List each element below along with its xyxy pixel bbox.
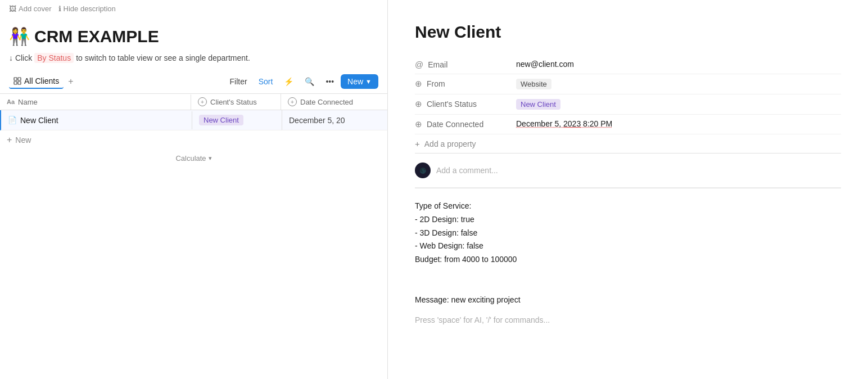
row-name: New Client <box>20 116 58 125</box>
left-panel: 🖼 Add cover ℹ Hide description 👫 CRM EXA… <box>0 0 388 379</box>
description-prefix: ↓ Click <box>9 53 32 62</box>
top-bar: 🖼 Add cover ℹ Hide description <box>0 0 387 17</box>
header-status-label: Client's Status <box>210 98 257 106</box>
content-text[interactable]: Type of Service: - 2D Design: true - 3D … <box>415 200 841 306</box>
lightning-icon: ⚡ <box>284 77 293 86</box>
info-icon: ℹ <box>58 4 61 13</box>
table-icon <box>13 77 21 85</box>
property-date: ⊕ Date Connected December 5, 2023 8:20 P… <box>415 115 841 134</box>
sort-label: Sort <box>259 77 273 86</box>
calculate-button[interactable]: Calculate ▾ <box>0 150 387 167</box>
editor-placeholder[interactable]: Press 'space' for AI, '/' for commands..… <box>415 315 841 324</box>
status-badge-detail: New Client <box>516 99 560 110</box>
property-date-label: ⊕ Date Connected <box>415 119 516 129</box>
property-status-label: ⊕ Client's Status <box>415 99 516 109</box>
circle-icon-date: + <box>288 97 297 106</box>
cell-name: 📄 New Client <box>1 111 192 129</box>
page-emoji: 👫 <box>9 26 30 46</box>
new-button[interactable]: New ▼ <box>341 74 378 89</box>
search-icon: 🔍 <box>305 77 314 86</box>
property-client-status: ⊕ Client's Status New Client <box>415 94 841 115</box>
row-date: December 5, 20 <box>289 116 345 125</box>
new-btn-chevron: ▼ <box>365 78 372 85</box>
chevron-down-icon: ▾ <box>209 155 212 162</box>
detail-title: New Client <box>415 22 841 42</box>
header-date-label: Date Connected <box>300 98 353 106</box>
property-email-label: @ Email <box>415 60 516 69</box>
user-avatar: 🌑 <box>415 163 431 178</box>
header-date: + Date Connected <box>281 94 387 110</box>
add-property-button[interactable]: + Add a property <box>415 134 841 153</box>
sort-button[interactable]: Sort <box>254 75 278 88</box>
right-panel: New Client @ Email new@client.com ⊕ From… <box>388 0 868 379</box>
tab-all-clients-label: All Clients <box>24 76 59 85</box>
content-area: Type of Service: - 2D Design: true - 3D … <box>415 188 841 336</box>
svg-rect-1 <box>18 78 21 80</box>
description-suffix: to switch to table view or see a single … <box>76 53 250 62</box>
more-button[interactable]: ••• <box>321 75 338 88</box>
clock-icon-date: ⊕ <box>415 119 422 129</box>
tab-all-clients[interactable]: All Clients <box>9 74 64 89</box>
property-status-value[interactable]: New Client <box>516 99 841 110</box>
add-cover-label: Add cover <box>19 4 52 13</box>
page-title-area: 👫 CRM EXAMPLE <box>0 17 387 51</box>
property-from-value[interactable]: Website <box>516 79 841 89</box>
add-cover-button[interactable]: 🖼 Add cover <box>9 4 52 13</box>
hide-description-button[interactable]: ℹ Hide description <box>58 4 116 13</box>
header-name: Aa Name <box>0 94 191 110</box>
from-badge: Website <box>516 79 551 89</box>
comment-area: 🌑 Add a comment... <box>415 154 841 188</box>
svg-rect-2 <box>14 82 17 84</box>
svg-rect-0 <box>14 78 17 80</box>
header-name-label: Name <box>18 98 38 106</box>
doc-icon: 📄 <box>8 116 17 124</box>
filter-label: Filter <box>230 77 247 86</box>
cell-status: New Client <box>192 110 282 130</box>
page-title: CRM EXAMPLE <box>34 27 159 46</box>
svg-rect-3 <box>18 82 21 84</box>
lightning-button[interactable]: ⚡ <box>279 75 298 88</box>
new-button-label: New <box>347 77 363 86</box>
image-icon: 🖼 <box>9 4 16 13</box>
add-property-label: Add a property <box>424 139 476 148</box>
cell-date: December 5, 20 <box>282 111 387 129</box>
hide-description-label: Hide description <box>64 4 116 13</box>
table-row[interactable]: 📄 New Client New Client December 5, 20 <box>0 110 387 130</box>
circle-icon-status: + <box>198 97 207 106</box>
add-row-button[interactable]: + New <box>0 130 387 150</box>
by-status-badge[interactable]: By Status <box>34 53 74 63</box>
calculate-label: Calculate <box>175 154 206 163</box>
clock-icon-from: ⊕ <box>415 79 422 89</box>
add-tab-button[interactable]: + <box>66 76 75 87</box>
header-status: + Client's Status <box>191 94 281 110</box>
table-header: Aa Name + Client's Status + Date Connect… <box>0 94 387 110</box>
property-date-value[interactable]: December 5, 2023 8:20 PM <box>516 119 841 128</box>
comment-placeholder[interactable]: Add a comment... <box>436 166 498 175</box>
property-email: @ Email new@client.com <box>415 55 841 74</box>
plus-icon: + <box>7 135 12 145</box>
filter-button[interactable]: Filter <box>225 75 252 88</box>
add-row-label: New <box>15 136 31 145</box>
toolbar: All Clients + Filter Sort ⚡ 🔍 ••• New ▼ <box>0 70 387 94</box>
description: ↓ Click By Status to switch to table vie… <box>0 51 387 70</box>
search-button[interactable]: 🔍 <box>300 75 319 88</box>
row-status-badge: New Client <box>199 115 243 125</box>
clock-icon-status: ⊕ <box>415 99 422 109</box>
add-property-icon: + <box>415 139 420 148</box>
at-icon: @ <box>415 60 423 69</box>
property-email-value[interactable]: new@client.com <box>516 60 841 69</box>
property-from: ⊕ From Website <box>415 74 841 94</box>
avatar-initials: 🌑 <box>419 168 426 174</box>
more-icon: ••• <box>326 77 334 86</box>
property-from-label: ⊕ From <box>415 79 516 89</box>
aa-icon: Aa <box>7 98 15 105</box>
